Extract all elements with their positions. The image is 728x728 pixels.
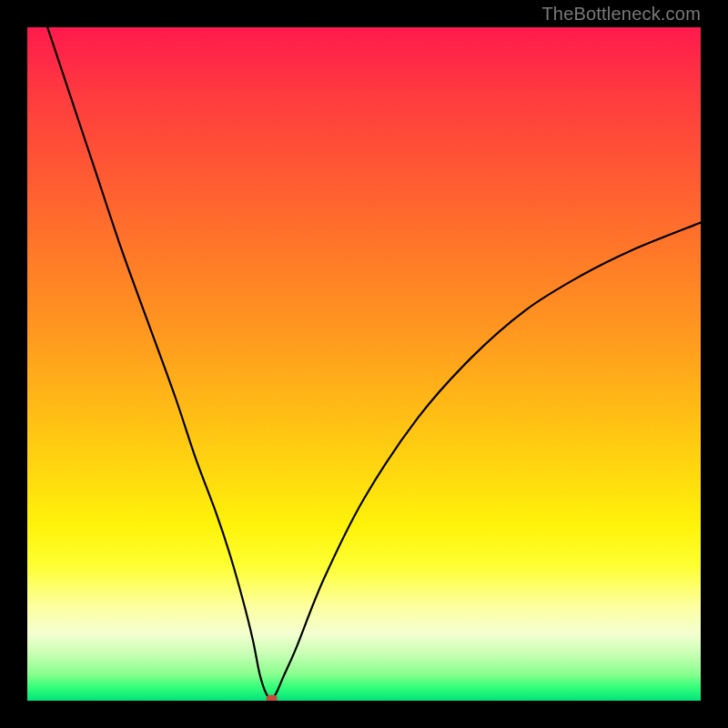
curve-layer: [27, 27, 701, 701]
plot-area: [27, 27, 701, 701]
bottleneck-curve: [47, 27, 701, 699]
chart-frame: TheBottleneck.com: [0, 0, 728, 728]
watermark-text: TheBottleneck.com: [541, 4, 701, 25]
minimum-marker: [267, 695, 278, 701]
